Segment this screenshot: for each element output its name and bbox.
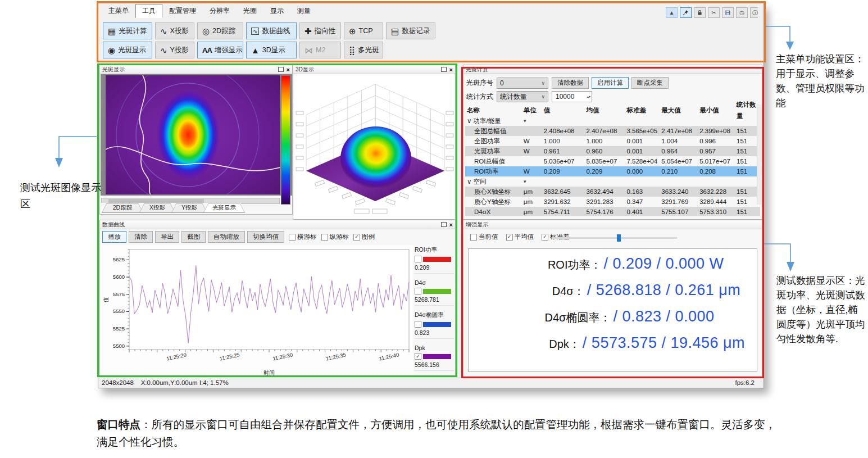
stat-mode-dropdown[interactable]: 统计数量∨ xyxy=(497,91,548,102)
table-group-空间[interactable]: ∨ 空间▾ xyxy=(465,176,760,187)
calc-button-清除数据[interactable]: 清除数据 xyxy=(552,77,589,89)
cut-icon[interactable]: ✂ xyxy=(708,7,720,18)
menu-tab-主菜单[interactable]: 主菜单 xyxy=(102,4,135,18)
slider-handle[interactable] xyxy=(617,234,621,242)
calc-controls-row1: 光斑序号 0∨ 清除数据启用计算断点采集 xyxy=(466,77,669,89)
legend-checkbox[interactable] xyxy=(415,288,421,294)
table-group-功率/能量[interactable]: ∨ 功率/能量▾ xyxy=(465,116,760,126)
table-row-全图功率[interactable]: 全图功率W1.0001.0000.0011.0040.996151 xyxy=(465,136,760,146)
svg-text:5600: 5600 xyxy=(113,274,125,280)
table-row-D4σX[interactable]: D4σXμm5754.7115754.1760.4015755.1075753.… xyxy=(465,207,760,216)
toolbar-row-1: ▦光斑计算∿X投影◎2D跟踪∿数据曲线✚指向性⊕TCP▤数据记录 xyxy=(103,22,435,39)
history-icon[interactable]: ◷ xyxy=(736,7,748,18)
pin-icon[interactable] xyxy=(680,7,692,18)
annotation-image-text: 测试光斑图像显示区 xyxy=(20,180,106,212)
menu-tab-光圈[interactable]: 光圈 xyxy=(237,4,263,18)
toolbar-button-光斑显示[interactable]: ◉光斑显示 xyxy=(103,42,152,58)
lock-icon[interactable] xyxy=(694,7,706,18)
curve-checkbox-图例[interactable]: ✓图例 xyxy=(353,233,375,241)
calc-button-断点采集[interactable]: 断点采集 xyxy=(631,77,669,89)
svg-text:11:25:35: 11:25:35 xyxy=(325,351,347,361)
statistics-table: 名称单位值均值标准差最大值最小值统计数量 ∨ 功率/能量▾全图总幅值2.408e… xyxy=(465,105,760,216)
table-row-质心Y轴坐标[interactable]: 质心Y轴坐标μm3291.6323291.2830.3473291.769328… xyxy=(465,197,760,207)
enhance-checkbox-当前值[interactable]: 当前值 xyxy=(470,233,498,241)
table-row-光斑功率[interactable]: 光斑功率W0.9610.9600.0010.9640.957151 xyxy=(465,146,760,156)
menu-tab-显示[interactable]: 显示 xyxy=(263,4,290,18)
info-icon[interactable]: ⓘ xyxy=(750,7,758,18)
spinner-arrows-icon[interactable]: ▴▾ xyxy=(587,96,590,98)
fps-indicator: fps:6.2 xyxy=(735,379,762,386)
threed-surface-plot xyxy=(294,74,456,219)
curve-button-播放[interactable]: 播放 xyxy=(102,231,126,243)
font-size-slider[interactable] xyxy=(552,237,677,239)
spot-tab-Y投影[interactable]: Y投影 xyxy=(171,203,207,213)
toolbar-button-label: X投影 xyxy=(170,26,189,36)
m2-icon: ⋈ xyxy=(305,46,313,55)
menu-tab-分辨率[interactable]: 分辨率 xyxy=(203,4,237,18)
legend-color-bar xyxy=(423,322,451,327)
curve-button-导出[interactable]: 导出 xyxy=(155,231,179,243)
beam-spot-image[interactable] xyxy=(106,75,280,194)
float-window-icon[interactable] xyxy=(441,222,447,227)
toolbar-button-2D跟踪[interactable]: ◎2D跟踪 xyxy=(197,22,243,39)
threed-plot-area[interactable] xyxy=(294,74,455,219)
toolbar-button-TCP[interactable]: ⊕TCP xyxy=(344,22,383,39)
svg-text:5625: 5625 xyxy=(113,256,125,262)
data-curve-icon: ∿ xyxy=(251,28,259,35)
collapse-icon[interactable]: ▲ xyxy=(666,7,678,18)
spot-tab-X投影[interactable]: X投影 xyxy=(139,203,175,213)
table-row-ROI功率[interactable]: ROI功率W0.2090.2090.0000.2100.208151 xyxy=(465,166,760,176)
curve-button-切换均值[interactable]: 切换均值 xyxy=(247,231,284,243)
calc-buttons: 清除数据启用计算断点采集 xyxy=(552,77,669,89)
menu-tab-工具[interactable]: 工具 xyxy=(135,4,162,18)
curve-button-自动缩放[interactable]: 自动缩放 xyxy=(208,231,245,243)
stat-count-spinner[interactable]: 10000▴▾ xyxy=(552,91,592,102)
calc-panel-title: 光斑计算 xyxy=(466,66,760,74)
legend-item-D4σ椭圆率: D4σ椭圆率0.823 xyxy=(415,311,454,339)
toolbar-button-光斑计算[interactable]: ▦光斑计算 xyxy=(103,22,152,39)
spot-no-dropdown[interactable]: 0∨ xyxy=(497,78,548,89)
menu-tab-测量[interactable]: 测量 xyxy=(290,4,317,18)
svg-text:5500: 5500 xyxy=(113,343,125,349)
menu-bar: 主菜单工具配置管理分辨率光圈显示测量 xyxy=(102,6,317,18)
enhance-checkbox-平均值[interactable]: ✓平均值 xyxy=(506,233,534,241)
legend-checkbox[interactable]: ✓ xyxy=(415,353,421,360)
toolbar-button-X投影[interactable]: ∿X投影 xyxy=(155,22,194,39)
vertical-scrollbar[interactable] xyxy=(757,105,762,205)
toolbar-button-label: TCP xyxy=(359,27,373,35)
data-curve-panel: 数据曲线 × 播放清除导出截图自动缩放切换均值横游标纵游标✓图例 5500552… xyxy=(99,220,456,377)
curve-button-清除[interactable]: 清除 xyxy=(129,231,153,243)
curve-checkbox-纵游标[interactable]: 纵游标 xyxy=(321,233,349,241)
close-icon[interactable]: × xyxy=(449,222,453,228)
svg-text:值: 值 xyxy=(103,297,109,303)
readout-D4σ椭圆率：: D4σ椭圆率：/ 0.823 / 0.000 xyxy=(469,308,757,334)
spot-tab-2D跟踪[interactable]: 2D跟踪 xyxy=(102,203,143,213)
table-row-全图总幅值[interactable]: 全图总幅值2.408e+082.407e+083.565e+052.417e+0… xyxy=(465,126,760,136)
toolbar-button-Y投影[interactable]: ∿Y投影 xyxy=(155,42,194,58)
color-scale-bar xyxy=(281,75,290,205)
toolbar-button-数据曲线[interactable]: ∿数据曲线 xyxy=(246,22,297,39)
toolbar-button-指向性[interactable]: ✚指向性 xyxy=(299,22,341,39)
float-window-icon[interactable] xyxy=(278,67,284,72)
table-row-ROI总幅值[interactable]: ROI总幅值5.036e+075.035e+077.528e+045.054e+… xyxy=(465,156,760,166)
footer-caption-bold: 窗口特点 xyxy=(97,418,140,430)
save-icon[interactable] xyxy=(722,7,734,18)
toolbar-button-数据记录[interactable]: ▤数据记录 xyxy=(386,22,435,39)
toolbar-button-M2[interactable]: ⋈M2 xyxy=(299,42,341,58)
curve-button-截图[interactable]: 截图 xyxy=(181,231,206,243)
toolbar-button-3D显示[interactable]: ▲3D显示 xyxy=(246,42,297,58)
calc-button-启用计算[interactable]: 启用计算 xyxy=(592,77,629,89)
close-icon[interactable]: × xyxy=(287,67,290,72)
svg-text:时间: 时间 xyxy=(263,370,275,376)
spot-display-icon: ◉ xyxy=(108,46,115,55)
spot-tab-光斑显示[interactable]: 光斑显示 xyxy=(203,203,245,213)
toolbar-button-多光斑[interactable]: ⣿多光斑 xyxy=(344,42,383,58)
menu-tab-配置管理[interactable]: 配置管理 xyxy=(162,4,203,18)
float-window-icon[interactable] xyxy=(441,67,447,72)
curve-checkbox-横游标[interactable]: 横游标 xyxy=(289,233,317,241)
legend-checkbox[interactable] xyxy=(415,256,421,262)
table-row-质心X轴坐标[interactable]: 质心X轴坐标μm3632.6453632.4940.1633633.240363… xyxy=(465,187,760,197)
legend-checkbox[interactable] xyxy=(415,321,421,328)
close-icon[interactable]: × xyxy=(449,67,453,72)
toolbar-button-增强显示[interactable]: AA增强显示 xyxy=(197,42,243,58)
